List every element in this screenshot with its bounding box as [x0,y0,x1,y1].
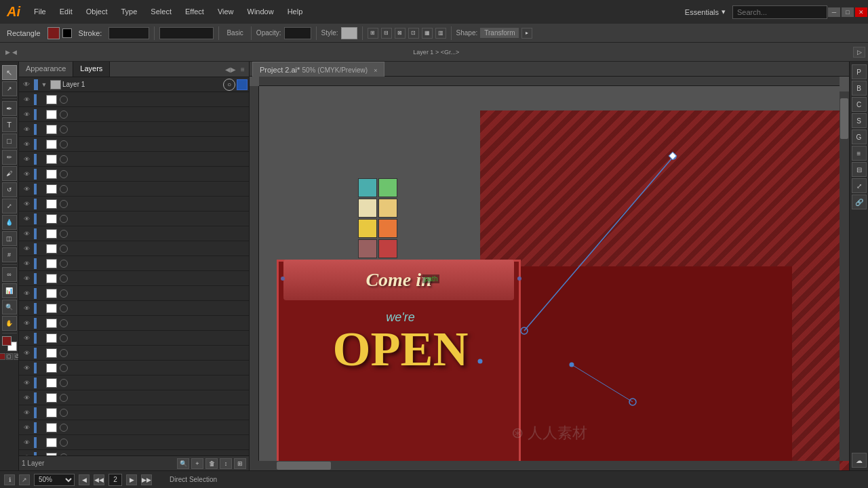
type-tool[interactable]: T [2,117,17,132]
align-panel-icon[interactable]: ⊟ [852,162,867,177]
properties-icon[interactable]: P [852,64,867,79]
mesh-tool[interactable]: # [2,247,17,262]
paintbrush-tool[interactable]: 🖌 [2,166,17,181]
layer-item-eye[interactable]: 👁 [20,107,33,122]
fill-color-swatch[interactable] [2,336,12,346]
layer-item-circle[interactable] [60,170,68,178]
layer-lock-btn[interactable]: ○ [223,79,235,91]
merge-layers-btn[interactable]: ⊞ [234,458,246,469]
layer-item-eye[interactable]: 👁 [20,167,33,182]
layer-item-eye[interactable]: 👁 [20,450,33,456]
menu-select[interactable]: Select [144,0,178,24]
menu-object[interactable]: Object [79,0,115,24]
layer-item-circle[interactable] [60,289,68,298]
pen-tool[interactable]: ✒ [2,101,17,116]
align-left-icon[interactable]: ⊞ [368,28,378,39]
layer-item-circle[interactable] [60,140,68,148]
workspace-selector[interactable]: Essentials ▾ [685,7,726,16]
layer-item-eye[interactable]: 👁 [20,182,33,197]
add-layer-btn[interactable]: + [191,458,203,469]
stroke-swatch[interactable] [62,28,72,38]
brushes-icon[interactable]: B [852,81,867,96]
none-mode-icon[interactable]: ∅ [14,353,20,360]
links-panel-icon[interactable]: 🔗 [852,195,867,209]
layer-expand-btn[interactable]: ▼ [39,81,49,88]
layer-item-circle[interactable] [60,96,68,104]
layer-item-circle[interactable] [60,110,68,119]
align-top-icon[interactable]: ⊡ [408,28,419,39]
menu-type[interactable]: Type [115,0,144,24]
direct-selection-tool[interactable]: ↗ [2,81,17,96]
layer-item-eye[interactable]: 👁 [20,122,33,137]
style-swatch[interactable] [341,27,357,39]
layer-item-circle[interactable] [60,215,68,223]
tab-appearance[interactable]: Appearance [19,62,73,77]
layer-item-circle[interactable] [60,394,68,402]
layer-item-eye[interactable]: 👁 [20,301,33,316]
search-layers-btn[interactable]: 🔍 [177,458,189,469]
prev-page-btn[interactable]: ◀ [79,474,90,485]
color-icon[interactable]: C [852,97,867,112]
layer-item-circle[interactable] [60,304,68,312]
layer-item-circle[interactable] [60,334,68,342]
align-center-icon[interactable]: ⊟ [381,28,392,39]
hand-tool[interactable]: ✋ [2,316,17,331]
stroke-panel-icon[interactable]: ≡ [852,146,867,161]
eyedropper-tool[interactable]: 💧 [2,215,17,230]
rotate-tool[interactable]: ↺ [2,182,17,197]
align-right-icon[interactable]: ⊠ [395,28,406,39]
next-page-btn[interactable]: ▶ [126,474,137,485]
zoom-selector[interactable]: 50% 75% 100% [34,474,75,486]
distribute2-icon[interactable]: ▥ [435,28,446,39]
layer-item-eye[interactable]: 👁 [20,197,33,211]
layer-item-eye[interactable]: 👁 [20,390,33,405]
menu-effect[interactable]: Effect [178,0,211,24]
canvas-tab-close[interactable]: × [374,67,377,74]
layer-item-eye[interactable]: 👁 [20,226,33,241]
search-input[interactable] [732,5,827,19]
canvas-tab[interactable]: Project 2.ai* 50% (CMYK/Preview) × [252,62,384,77]
gradient-tool[interactable]: ◫ [2,231,17,246]
layer-item-eye[interactable]: 👁 [20,435,33,450]
graph-tool[interactable]: 📊 [2,283,17,298]
layer-item-eye[interactable]: 👁 [20,420,33,435]
first-page-btn[interactable]: ◀◀ [94,474,104,485]
transform-panel-icon[interactable]: ⤢ [852,178,867,193]
fill-mode-icon[interactable] [0,353,5,360]
layer-item-eye[interactable]: 👁 [20,256,33,271]
layer-item-circle[interactable] [60,424,68,432]
layer-item-eye[interactable]: 👁 [20,405,33,420]
vertical-scrollbar[interactable] [840,92,849,461]
more-icon[interactable]: ▸ [521,28,532,39]
cc-libraries-icon[interactable]: ☁ [852,453,867,468]
layer-item-circle[interactable] [60,379,68,387]
layer-item-eye[interactable]: 👁 [20,316,33,331]
panel-collapse-btn[interactable]: ◀▶ [224,62,237,77]
swatches-icon[interactable]: S [852,113,867,128]
layer-item-eye[interactable]: 👁 [20,92,33,107]
layer-item-eye[interactable]: 👁 [20,211,33,226]
maximize-button[interactable]: □ [842,7,854,17]
layer-visibility-toggle[interactable]: 👁 [20,77,33,92]
delete-layer-btn[interactable]: 🗑 [205,458,218,469]
blend-tool[interactable]: ∞ [2,267,17,282]
layer-item-eye[interactable]: 👁 [20,361,33,375]
layer-item-eye[interactable]: 👁 [20,152,33,167]
layer-item-circle[interactable] [60,439,68,447]
layer-item-eye[interactable]: 👁 [20,271,33,286]
stroke-width[interactable] [159,27,214,39]
layer-item-circle[interactable] [60,245,68,253]
panel-menu-btn[interactable]: ≡ [237,62,249,77]
layer-item-circle[interactable] [60,349,68,357]
menu-view[interactable]: View [211,0,241,24]
status-info-icon[interactable]: ℹ [4,474,15,485]
layer-item-circle[interactable] [60,155,68,163]
fill-swatch[interactable] [47,27,60,39]
scale-tool[interactable]: ⤢ [2,199,17,214]
horizontal-scrollbar[interactable] [250,461,840,470]
layer-item-eye[interactable]: 👁 [20,331,33,346]
canvas-content[interactable]: // Will be drawn via JS below [250,77,849,470]
move-layer-btn[interactable]: ↕ [220,458,232,469]
status-arrow-icon[interactable]: ↗ [19,474,30,485]
last-page-btn[interactable]: ▶▶ [141,474,152,485]
